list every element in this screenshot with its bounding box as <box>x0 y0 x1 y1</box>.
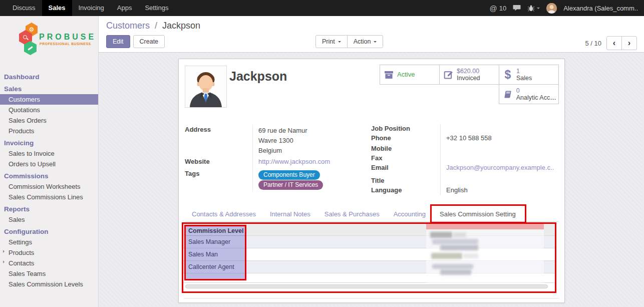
commission-level-cell[interactable]: Sales Man <box>186 248 245 261</box>
menu-sales[interactable]: Sales <box>42 0 72 16</box>
sidebar-item-settings[interactable]: Settings <box>0 237 98 247</box>
commission-level-cell[interactable]: Callcenter Agent <box>186 261 245 273</box>
job-position-label: Job Position <box>371 124 440 133</box>
tags-label: Tags <box>185 169 252 192</box>
phone-value: +32 10 588 558 <box>440 133 557 144</box>
sidebar-item-reports-sales[interactable]: Sales <box>0 214 98 225</box>
sidebar-item-orders-to-upsell[interactable]: Orders to Upsell <box>0 159 98 169</box>
address-value: 69 rue de Namur Wavre 1300 Belgium <box>252 125 361 157</box>
tab-sales-purchases[interactable]: Sales & Purchases <box>317 207 387 221</box>
address-label: Address <box>185 125 252 157</box>
pager-previous-button[interactable]: ‹ <box>606 36 622 50</box>
title-label: Title <box>371 176 440 185</box>
commission-level-cell[interactable]: Sales Manager <box>186 236 245 248</box>
pager-text: 5 / 10 <box>585 40 601 47</box>
inbox-count: 10 <box>499 5 506 12</box>
sidebar-item-quotations[interactable]: Quotations <box>0 105 98 115</box>
website-link[interactable]: http://www.jackpson.com <box>258 158 330 165</box>
notebook-tabs: Contacts & Addresses Internal Notes Sale… <box>185 207 558 222</box>
expand-arrow-icon <box>3 260 6 263</box>
language-label: Language <box>371 185 440 195</box>
sidebar-item-sales-teams[interactable]: Sales Teams <box>0 268 98 279</box>
logo-subtitle: PROFESSIONAL BUSINESS <box>40 42 91 46</box>
invoice-edit-icon <box>440 70 457 80</box>
sidebar-item-sales-commissions-lines[interactable]: Sales Commissions Lines <box>0 192 98 202</box>
dollar-icon: $ <box>499 68 516 82</box>
tag-partner-it-services: Partner / IT Services <box>258 180 323 190</box>
commission-level-header: Commission Level <box>186 226 245 236</box>
invoiced-stat-button[interactable]: $620.00Invoiced <box>439 65 499 85</box>
left-buttons: Edit Create <box>106 35 165 48</box>
mobile-value <box>440 144 557 153</box>
edit-button[interactable]: Edit <box>106 35 130 48</box>
sidebar-header-configuration[interactable]: Configuration <box>0 225 98 237</box>
email-link[interactable]: Jackpson@yourcompany.example.c.. <box>446 164 554 171</box>
fax-label: Fax <box>371 153 440 163</box>
debug-icon[interactable] <box>527 5 540 12</box>
pager-next-button[interactable]: › <box>621 36 637 50</box>
annotation-rect-commission-level-column: Commission Level Sales Manager Sales Man… <box>184 225 246 280</box>
topbar: Discuss Sales Invoicing Apps Settings @ … <box>0 0 644 16</box>
menu-invoicing[interactable]: Invoicing <box>72 0 111 16</box>
create-button[interactable]: Create <box>133 35 165 48</box>
logo-title: PROBUSE <box>39 33 96 42</box>
at-icon: @ <box>489 4 497 13</box>
messages-icon[interactable] <box>513 5 521 12</box>
tab-contacts-addresses[interactable]: Contacts & Addresses <box>185 207 263 221</box>
sidebar-item-config-contacts[interactable]: Contacts <box>0 258 98 268</box>
mobile-label: Mobile <box>371 144 440 153</box>
caret-down-icon <box>338 41 341 44</box>
user-menu[interactable]: Alexandra (Sales_comm.. <box>563 5 638 12</box>
tab-internal-notes[interactable]: Internal Notes <box>263 207 317 221</box>
inbox-counter[interactable]: @ 10 <box>489 4 506 13</box>
sidebar-item-sales-orders[interactable]: Sales Orders <box>0 115 98 126</box>
sidebar-header-invoicing[interactable]: Invoicing <box>0 136 98 148</box>
main-menu: Discuss Sales Invoicing Apps Settings <box>6 0 175 16</box>
sidebar-item-sales-to-invoice[interactable]: Sales to Invoice <box>0 148 98 159</box>
menu-discuss[interactable]: Discuss <box>6 0 42 16</box>
book-icon <box>499 90 516 99</box>
sidebar-header-commissions[interactable]: Commissions <box>0 169 98 181</box>
expand-arrow-icon <box>3 250 6 253</box>
menu-settings[interactable]: Settings <box>138 0 175 16</box>
caret-down-icon <box>537 8 540 11</box>
user-avatar[interactable] <box>546 3 557 14</box>
job-position-value <box>440 124 557 133</box>
sidebar-nav: Dashboard Sales Customers Quotations Sal… <box>0 70 98 289</box>
sidebar-header-sales[interactable]: Sales <box>0 82 98 94</box>
email-label: Email <box>371 163 440 176</box>
tab-accounting[interactable]: Accounting <box>387 207 433 221</box>
sidebar-header-reports[interactable]: Reports <box>0 202 98 214</box>
print-dropdown[interactable]: Print <box>315 35 348 48</box>
tab-sales-commission-setting[interactable]: Sales Commission Setting <box>433 207 523 221</box>
analytic-stat-button[interactable]: 0Analytic Acco... <box>499 84 559 104</box>
sidebar-item-customers[interactable]: Customers <box>0 94 98 105</box>
content-area: Jackpson Active $620.00Invoiced $ 1Sa <box>99 53 644 307</box>
horizontal-scrollbar[interactable] <box>185 284 548 288</box>
caret-down-icon <box>374 41 377 44</box>
sidebar-item-sales-commission-levels[interactable]: Sales Commission Levels <box>0 279 98 289</box>
sidebar-item-commission-worksheets[interactable]: Commission Worksheets <box>0 181 98 192</box>
probuse-logo: ⚙ PROBUSE PROFESSIONAL BUSINESS <box>0 21 98 63</box>
breadcrumb-current: Jackpson <box>162 21 200 31</box>
active-stat-button[interactable]: Active <box>380 65 440 85</box>
customer-photo <box>185 66 227 108</box>
menu-apps[interactable]: Apps <box>111 0 139 16</box>
breadcrumb: Customers / Jackpson <box>106 21 200 31</box>
redacted-region <box>426 224 544 287</box>
sidebar: ⚙ PROBUSE PROFESSIONAL BUSINESS Dashboar… <box>0 16 99 307</box>
sales-stat-button[interactable]: $ 1Sales <box>499 65 559 85</box>
action-dropdown[interactable]: Action <box>347 35 384 48</box>
pager: 5 / 10 ‹ › <box>585 36 637 50</box>
commission-table: Commission Level Sales Manager Sales Man… <box>182 222 556 293</box>
breadcrumb-separator: / <box>152 21 160 31</box>
form-sheet: Jackpson Active $620.00Invoiced $ 1Sa <box>178 59 565 303</box>
sidebar-header-dashboard[interactable]: Dashboard <box>0 70 98 82</box>
phone-label: Phone <box>371 133 440 144</box>
sidebar-item-products[interactable]: Products <box>0 126 98 136</box>
breadcrumb-customers[interactable]: Customers <box>106 21 150 31</box>
sidebar-item-config-products[interactable]: Products <box>0 247 98 258</box>
action-buttons: Print Action <box>315 35 383 48</box>
language-value: English <box>440 185 557 195</box>
stat-buttons: Active $620.00Invoiced $ 1Sales 0Ana <box>380 65 559 105</box>
